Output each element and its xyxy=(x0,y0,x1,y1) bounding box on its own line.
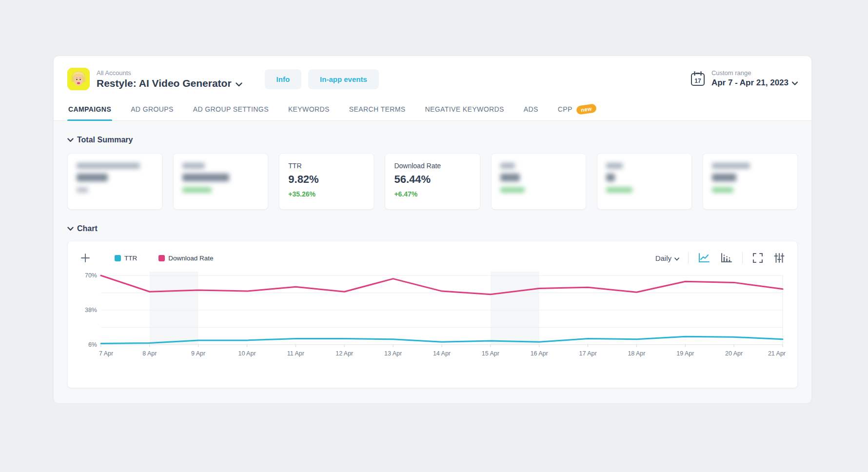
date-range-picker[interactable]: 17 Custom range Apr 7 - Apr 21, 2023 xyxy=(690,69,798,89)
svg-text:10 Apr: 10 Apr xyxy=(238,350,256,357)
svg-text:16 Apr: 16 Apr xyxy=(531,350,548,357)
blurred-metric-value xyxy=(500,174,520,181)
app-title: Restyle: AI Video Generator xyxy=(97,78,232,89)
svg-text:8 Apr: 8 Apr xyxy=(142,350,157,357)
svg-text:11 Apr: 11 Apr xyxy=(287,350,304,357)
blonde-avatar-icon xyxy=(67,68,90,90)
line-chart[interactable]: 70%38%6%7 Apr8 Apr9 Apr10 Apr11 Apr12 Ap… xyxy=(79,272,786,363)
legend-item-ttr[interactable]: TTR xyxy=(115,255,137,262)
ttr-swatch xyxy=(115,255,121,261)
metric-card-blurred[interactable] xyxy=(597,153,692,210)
legend-label: TTR xyxy=(124,255,137,262)
dashboard-panel: All Accounts Restyle: AI Video Generator… xyxy=(54,56,811,402)
metric-card-blurred[interactable] xyxy=(491,153,586,210)
blurred-metric-value xyxy=(712,174,736,181)
header: All Accounts Restyle: AI Video Generator… xyxy=(54,56,811,90)
blurred-metric-title xyxy=(606,163,623,169)
bar-chart-view-icon[interactable] xyxy=(720,252,733,264)
new-badge: new xyxy=(576,103,597,115)
divider xyxy=(688,252,689,264)
svg-text:17: 17 xyxy=(694,78,701,84)
blurred-metric-title xyxy=(500,163,515,169)
date-range-value: Apr 7 - Apr 21, 2023 xyxy=(711,78,789,88)
blurred-metric-title xyxy=(77,163,140,169)
tab-ads[interactable]: ADS xyxy=(523,100,539,120)
blurred-metric-value xyxy=(182,174,229,181)
blurred-metric-value xyxy=(606,174,615,181)
chevron-down-icon xyxy=(67,224,74,233)
chevron-down-icon xyxy=(67,136,74,144)
download-rate-swatch xyxy=(158,255,165,261)
chevron-down-icon xyxy=(236,78,242,89)
tab-cpp[interactable]: CPP new xyxy=(557,100,597,120)
chart-panel: TTR Download Rate Daily xyxy=(67,241,798,388)
metric-card-blurred[interactable] xyxy=(173,153,268,210)
blurred-metric-delta xyxy=(606,187,632,193)
tab-search-terms[interactable]: SEARCH TERMS xyxy=(348,100,407,120)
in-app-events-button[interactable]: In-app events xyxy=(308,69,379,89)
fullscreen-icon[interactable] xyxy=(751,252,764,264)
total-summary-toggle[interactable]: Total Summary xyxy=(67,136,798,144)
chevron-down-icon xyxy=(674,254,679,262)
divider xyxy=(742,252,743,264)
blurred-metric-delta xyxy=(712,187,733,193)
svg-text:13 Apr: 13 Apr xyxy=(384,350,402,357)
blurred-metric-delta xyxy=(77,187,88,193)
tab-ad-group-settings[interactable]: AD GROUP SETTINGS xyxy=(192,100,270,120)
granularity-dropdown[interactable]: Daily xyxy=(655,254,679,262)
blurred-metric-value xyxy=(77,174,108,181)
svg-text:6%: 6% xyxy=(88,341,97,348)
info-button[interactable]: Info xyxy=(265,69,302,89)
blurred-metric-title xyxy=(182,163,205,169)
metric-value: 9.82% xyxy=(288,173,365,186)
blurred-metric-delta xyxy=(500,187,525,193)
chart-toolbar: TTR Download Rate Daily xyxy=(79,250,786,266)
svg-text:38%: 38% xyxy=(85,307,97,314)
svg-text:7 Apr: 7 Apr xyxy=(99,350,113,357)
legend-label: Download Rate xyxy=(168,255,213,262)
svg-text:14 Apr: 14 Apr xyxy=(433,350,451,357)
svg-text:9 Apr: 9 Apr xyxy=(191,350,205,357)
metric-value: 56.44% xyxy=(394,173,471,186)
date-range-label: Custom range xyxy=(711,69,798,77)
calendar-icon: 17 xyxy=(690,71,706,89)
svg-text:18 Apr: 18 Apr xyxy=(628,350,645,357)
legend-item-download-rate[interactable]: Download Rate xyxy=(158,255,213,262)
tab-negative-keywords[interactable]: NEGATIVE KEYWORDS xyxy=(424,100,505,120)
svg-text:12 Apr: 12 Apr xyxy=(335,350,353,357)
line-chart-view-icon[interactable] xyxy=(697,252,711,264)
content-area: Total Summary TTR 9.82% +35.26% Download… xyxy=(54,121,811,403)
account-scope-label: All Accounts xyxy=(97,69,242,77)
tab-keywords[interactable]: KEYWORDS xyxy=(287,100,331,120)
metric-card-blurred[interactable] xyxy=(67,153,162,210)
blurred-metric-delta xyxy=(182,187,212,193)
app-icon xyxy=(67,68,90,90)
add-metric-icon[interactable] xyxy=(79,252,91,264)
chart-canvas: 70%38%6%7 Apr8 Apr9 Apr10 Apr11 Apr12 Ap… xyxy=(79,272,786,361)
app-selector[interactable]: Restyle: AI Video Generator xyxy=(97,78,242,89)
total-summary-title: Total Summary xyxy=(77,136,133,144)
svg-text:15 Apr: 15 Apr xyxy=(482,350,499,357)
metric-cards-row: TTR 9.82% +35.26% Download Rate 56.44% +… xyxy=(67,153,798,210)
blurred-metric-title xyxy=(712,163,750,169)
svg-text:21 Apr: 21 Apr xyxy=(768,350,786,357)
chart-toggle[interactable]: Chart xyxy=(67,224,798,233)
metric-delta: +6.47% xyxy=(394,190,471,198)
svg-text:70%: 70% xyxy=(85,272,97,279)
svg-text:19 Apr: 19 Apr xyxy=(676,350,694,357)
chevron-down-icon xyxy=(792,78,798,88)
chart-settings-icon[interactable] xyxy=(773,252,786,264)
metric-card-download-rate[interactable]: Download Rate 56.44% +6.47% xyxy=(385,153,480,210)
tab-campaigns[interactable]: CAMPAIGNS xyxy=(67,100,112,120)
metric-title: Download Rate xyxy=(394,162,471,170)
svg-text:20 Apr: 20 Apr xyxy=(725,350,743,357)
metric-card-blurred[interactable] xyxy=(703,153,798,210)
svg-text:17 Apr: 17 Apr xyxy=(579,350,597,357)
metric-delta: +35.26% xyxy=(288,190,365,198)
metric-title: TTR xyxy=(288,162,365,170)
chart-title: Chart xyxy=(77,224,98,233)
tab-bar: CAMPAIGNS AD GROUPS AD GROUP SETTINGS KE… xyxy=(54,100,811,121)
metric-card-ttr[interactable]: TTR 9.82% +35.26% xyxy=(279,153,374,210)
tab-ad-groups[interactable]: AD GROUPS xyxy=(130,100,175,120)
